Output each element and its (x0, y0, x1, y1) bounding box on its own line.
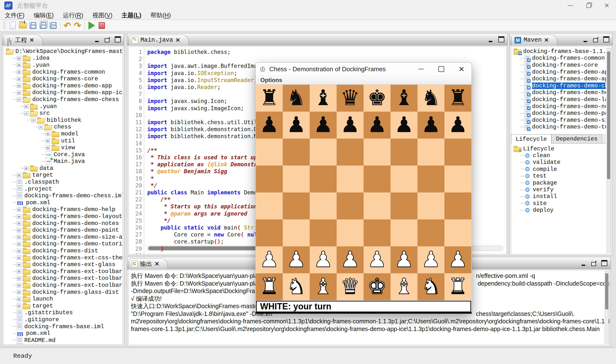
board-square[interactable] (364, 193, 391, 220)
output-vscroll-thumb[interactable] (605, 273, 608, 309)
menu-item-3[interactable]: 视图(V) (92, 11, 112, 19)
tab-dependencies[interactable]: Dependencies (551, 134, 602, 143)
project-tree-item[interactable]: +.yuan (5, 62, 121, 69)
board-square[interactable]: ♛ (337, 273, 364, 300)
output-vertical-scrollbar[interactable] (605, 271, 609, 344)
expand-icon[interactable]: + (17, 70, 21, 74)
expand-icon[interactable]: + (17, 228, 21, 232)
board-square[interactable]: ♟ (445, 246, 472, 273)
project-panel-float-icon[interactable] (104, 38, 110, 43)
chess-board[interactable]: ♜♞♝♛♚♝♞♜♟♟♟♟♟♟♟♟♟♟♟♟♟♟♟♟♜♞♝♛♚♝♞♜ (256, 85, 472, 300)
expand-icon[interactable]: + (17, 173, 21, 177)
black-rook-piece[interactable]: ♜ (260, 85, 279, 110)
undo-button[interactable]: ↶ (62, 21, 72, 30)
lifecycle-item[interactable]: clean (512, 152, 604, 159)
project-tree-item[interactable]: +target (5, 172, 121, 179)
project-tree-item[interactable]: pom.xml (5, 199, 121, 206)
menu-item-5[interactable]: 帮助(H) (150, 11, 171, 19)
output-panel-minimize-icon[interactable] (581, 261, 587, 267)
window-minimize-icon[interactable] (561, 0, 579, 11)
black-pawn-piece[interactable]: ♟ (341, 112, 360, 137)
board-square[interactable]: ♟ (337, 112, 364, 139)
run-button[interactable] (87, 21, 97, 30)
maven-tree-item[interactable]: Mdocking-frames-base-1.1.3p1:org. (512, 48, 604, 55)
board-square[interactable]: ♟ (256, 246, 283, 273)
project-tree-item[interactable]: +docking-frames-glass-dist (5, 289, 121, 296)
black-knight-piece[interactable]: ♞ (287, 85, 306, 110)
board-square[interactable]: ♟ (337, 246, 364, 273)
output-tab-close-icon[interactable]: ✕ (155, 260, 159, 267)
window-close-icon[interactable]: ✕ (598, 0, 616, 11)
project-tree-item[interactable]: +docking-frames-demo-tutorial (5, 241, 121, 247)
project-tree-item[interactable]: +.yuan (5, 103, 121, 110)
project-tree-item[interactable]: .project (5, 185, 121, 193)
project-tree-item[interactable]: +docking-frames-common (5, 69, 121, 76)
white-pawn-piece[interactable]: ♟ (421, 247, 441, 272)
board-square[interactable] (364, 166, 391, 193)
expand-icon[interactable]: + (17, 214, 21, 219)
board-square[interactable] (445, 193, 472, 220)
project-tree-item[interactable]: pom.xml (5, 330, 121, 337)
project-tree-item[interactable]: Core.java (5, 151, 121, 158)
board-square[interactable]: ♟ (256, 112, 283, 139)
expand-icon[interactable]: + (17, 242, 21, 246)
expand-icon[interactable]: + (46, 132, 50, 136)
expand-icon[interactable]: + (17, 207, 21, 212)
black-king-piece[interactable]: ♚ (367, 85, 387, 110)
redo-button[interactable]: ↷ (72, 21, 82, 30)
board-square[interactable]: ♞ (283, 85, 310, 112)
maven-tab-close-icon[interactable]: ✕ (544, 37, 549, 44)
maven-tree-item[interactable]: Mdocking-frames-demo-app (512, 69, 604, 76)
expand-icon[interactable]: + (17, 262, 21, 267)
toolbar-grip[interactable] (3, 21, 5, 30)
board-square[interactable] (445, 139, 472, 166)
editor-panel-minimize-icon[interactable] (488, 38, 494, 43)
chess-menu-options[interactable]: Options (260, 77, 282, 83)
lifecycle-item[interactable]: ⚙Lifecycle (512, 145, 604, 152)
board-square[interactable] (256, 166, 283, 193)
board-square[interactable] (310, 139, 337, 166)
editor-panel-maximize-icon[interactable] (498, 38, 504, 43)
expand-icon[interactable]: + (17, 221, 21, 225)
project-tree-item[interactable]: README.md (5, 337, 121, 344)
expand-icon[interactable]: + (17, 304, 21, 308)
expand-icon[interactable]: + (24, 104, 28, 108)
project-tree-item[interactable]: +view (5, 144, 121, 151)
board-square[interactable]: ♟ (391, 112, 418, 139)
white-pawn-piece[interactable]: ♟ (314, 247, 333, 272)
project-tree-item[interactable]: +docking-frames-ext-toolbar-common (5, 275, 121, 282)
expand-icon[interactable]: + (46, 145, 50, 150)
collapse-icon[interactable]: − (31, 118, 36, 122)
project-tree-item[interactable]: +data (5, 165, 121, 172)
expand-icon[interactable]: + (17, 77, 21, 81)
lifecycle-item[interactable]: test (512, 173, 604, 180)
board-square[interactable]: ♟ (418, 246, 445, 273)
output-panel-float-icon[interactable] (591, 261, 597, 267)
project-tree-item[interactable]: D:\WorkSpace\DockingFrames-master (5, 48, 121, 55)
maven-tree-item[interactable]: Mdocking-frames-demo-notes (512, 103, 604, 110)
board-square[interactable]: ♜ (256, 85, 283, 112)
project-tree-item[interactable]: +docking-frames-demo-paint (5, 227, 121, 234)
white-rook-piece[interactable]: ♜ (448, 273, 468, 299)
white-bishop-piece[interactable]: ♝ (394, 273, 414, 299)
board-square[interactable]: ♝ (391, 85, 418, 112)
board-square[interactable]: ♟ (391, 246, 418, 273)
black-pawn-piece[interactable]: ♟ (367, 112, 387, 137)
board-square[interactable]: ♟ (445, 112, 472, 139)
board-square[interactable] (391, 220, 418, 246)
editor-tab-close-icon[interactable]: ✕ (175, 37, 180, 44)
chess-close-icon[interactable]: ✕ (451, 63, 472, 76)
white-knight-piece[interactable]: ♞ (287, 273, 306, 299)
board-square[interactable] (310, 166, 337, 193)
lifecycle-item[interactable]: deploy (512, 207, 604, 214)
white-knight-piece[interactable]: ♞ (421, 273, 441, 299)
open-button[interactable] (18, 21, 28, 30)
expand-icon[interactable]: + (17, 91, 21, 95)
project-tree-item[interactable]: +model (5, 130, 121, 137)
project-tree-item[interactable]: +docking-frames-demo-notes (5, 220, 121, 227)
maven-tree-item[interactable]: Mdocking-frames-demo-size-and- (512, 117, 604, 124)
expand-icon[interactable]: + (17, 63, 21, 67)
save-as-button[interactable] (48, 21, 58, 30)
board-square[interactable]: ♟ (283, 112, 310, 139)
white-queen-piece[interactable]: ♛ (341, 273, 360, 299)
